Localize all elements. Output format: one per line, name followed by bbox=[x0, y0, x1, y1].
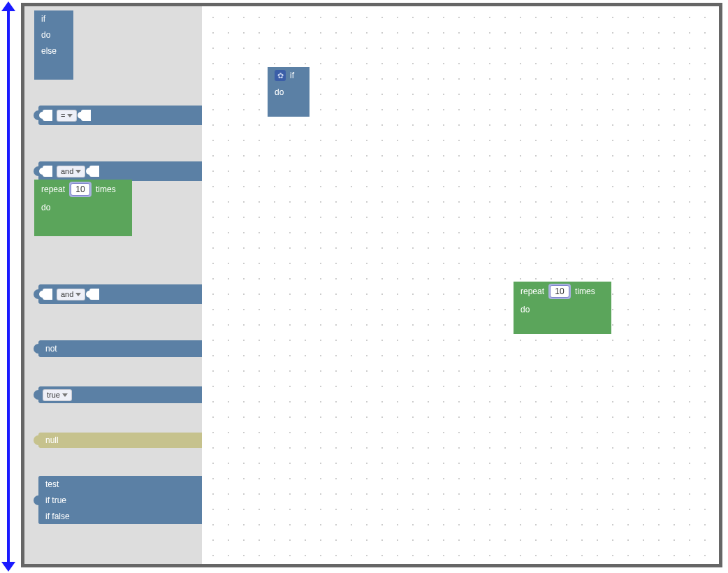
and-op-dropdown[interactable]: and bbox=[57, 166, 85, 177]
times-label: times bbox=[96, 184, 116, 194]
block-workspace[interactable]: ✿ if do repeat 10 times do bbox=[202, 6, 719, 564]
ws-do-label: do bbox=[275, 87, 284, 97]
toolbox-block-true[interactable]: true bbox=[38, 386, 216, 403]
compare-right-slot[interactable] bbox=[81, 110, 91, 121]
toolbox-block-null[interactable]: null bbox=[38, 433, 216, 448]
compare-op-label: = bbox=[61, 111, 65, 119]
compare-op-dropdown[interactable]: = bbox=[57, 110, 77, 122]
chevron-down-icon bbox=[67, 114, 73, 117]
workspace-block-if[interactable]: ✿ if do bbox=[268, 67, 310, 117]
toolbox-block-if-else[interactable]: if do else bbox=[34, 10, 73, 80]
block-toolbox[interactable]: if do else = bbox=[24, 6, 202, 564]
and-right-slot[interactable] bbox=[89, 166, 99, 177]
do-label: do bbox=[41, 30, 50, 40]
ws-repeat-count-field[interactable]: 10 bbox=[550, 285, 569, 298]
chevron-down-icon bbox=[62, 393, 68, 397]
test-label: test bbox=[45, 479, 59, 489]
iffalse-label: if false bbox=[45, 512, 70, 521]
if-label: if bbox=[41, 14, 45, 24]
chevron-down-icon bbox=[75, 293, 81, 296]
editor-frame: if do else = bbox=[21, 3, 722, 567]
toolbox-block-and-2[interactable]: and bbox=[38, 284, 216, 304]
and2-right-slot[interactable] bbox=[89, 289, 99, 300]
compare-left-slot[interactable] bbox=[43, 110, 52, 121]
else-label: else bbox=[41, 46, 57, 56]
chevron-down-icon bbox=[75, 170, 81, 173]
true-dropdown[interactable]: true bbox=[43, 389, 72, 401]
ws-if-label: if bbox=[290, 71, 294, 80]
toolbox-block-and[interactable]: and bbox=[38, 161, 216, 181]
gear-icon[interactable]: ✿ bbox=[275, 70, 286, 81]
toolbox-block-not[interactable]: not bbox=[38, 340, 216, 357]
and-left-slot[interactable] bbox=[43, 166, 52, 177]
repeat-label: repeat bbox=[41, 184, 65, 194]
ws-times-label: times bbox=[575, 286, 595, 296]
toolbox-block-ternary[interactable]: test if true if false bbox=[38, 476, 216, 524]
workspace-block-repeat[interactable]: repeat 10 times do bbox=[514, 282, 611, 334]
vertical-extent-arrow bbox=[7, 8, 10, 565]
true-label: true bbox=[47, 391, 60, 399]
and2-op-label: and bbox=[61, 290, 73, 298]
and2-left-slot[interactable] bbox=[43, 289, 52, 300]
repeat-count-field[interactable]: 10 bbox=[71, 183, 90, 196]
null-label: null bbox=[45, 435, 59, 445]
ws-repeat-do-label: do bbox=[520, 305, 530, 314]
and2-op-dropdown[interactable]: and bbox=[57, 289, 85, 300]
iftrue-label: if true bbox=[45, 495, 66, 505]
toolbox-block-compare[interactable]: = bbox=[38, 106, 216, 125]
toolbox-block-repeat[interactable]: repeat 10 times do bbox=[34, 180, 132, 236]
and-op-label: and bbox=[61, 167, 73, 175]
not-label: not bbox=[45, 344, 57, 354]
repeat-do-label: do bbox=[41, 203, 50, 212]
ws-repeat-label: repeat bbox=[520, 286, 544, 296]
